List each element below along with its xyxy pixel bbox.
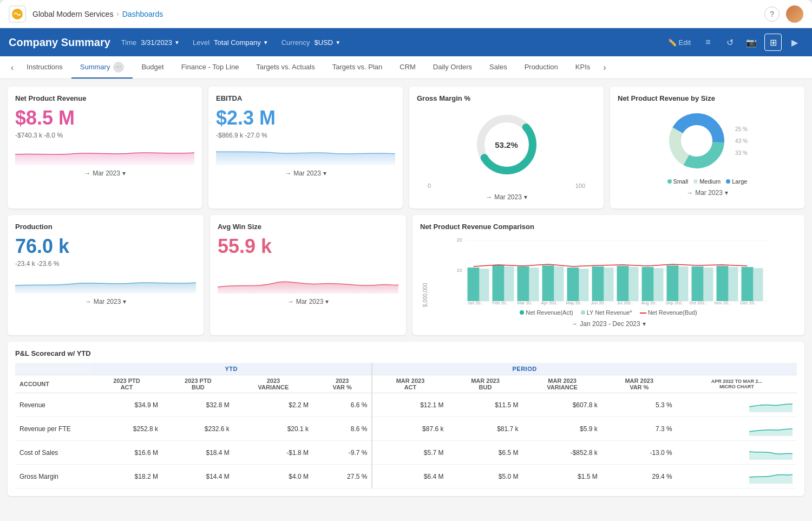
time-filter[interactable]: 3/31/2023 ▼ — [141, 38, 180, 47]
svg-text:Jul 202..: Jul 202.. — [617, 301, 633, 305]
edit-button[interactable]: ✏️ Edit — [664, 36, 695, 49]
gross-margin-card: Gross Margin % 53.2% 0 100 — [409, 87, 604, 209]
revenue-comparison-chart-area: $,000,000 20 10 — [420, 235, 797, 307]
svg-rect-24 — [480, 269, 489, 301]
th-account: ACCOUNT — [15, 375, 91, 393]
ebitda-footer[interactable]: → Mar 2023 ▾ — [216, 170, 395, 177]
scorecard-table: YTD PERIOD ACCOUNT 2023 PTDACT 2023 PTDB… — [15, 363, 797, 489]
header-bar: Company Summary Time 3/31/2023 ▼ Level T… — [0, 28, 812, 56]
svg-rect-27 — [554, 266, 564, 301]
net-product-revenue-delta: -$740.3 k -8.0 % — [15, 132, 194, 139]
svg-rect-25 — [505, 266, 514, 301]
svg-text:10: 10 — [457, 268, 462, 273]
production-footer[interactable]: → Mar 2023 ▾ — [15, 298, 196, 305]
main-content: Net Product Revenue $8.5 M -$740.3 k -8.… — [0, 79, 812, 521]
gm-micro — [677, 465, 797, 489]
svg-rect-32 — [679, 266, 689, 301]
tab-sales[interactable]: Sales — [481, 56, 516, 79]
tab-daily-orders[interactable]: Daily Orders — [424, 56, 481, 79]
edit-icon: ✏️ — [668, 38, 677, 47]
tab-kpis[interactable]: KPIs — [567, 56, 599, 79]
svg-text:Mar 20..: Mar 20.. — [518, 301, 533, 305]
revfte-ytd-bud: $232.6 k — [162, 417, 234, 441]
screenshot-button[interactable]: 📷 — [743, 34, 760, 51]
tabs-prev-button[interactable]: ‹ — [6, 56, 18, 79]
gm-per-var: $1.5 M — [523, 465, 602, 489]
scale-min: 0 — [428, 183, 431, 189]
tab-targets-plan[interactable]: Targets vs. Plan — [324, 56, 391, 79]
net-product-revenue-footer[interactable]: → Mar 2023 ▾ — [15, 170, 194, 177]
avg-win-size-value: 55.9 k — [218, 235, 398, 258]
scorecard-card: P&L Scorecard w/ YTD YTD PERIOD ACCOUNT … — [8, 342, 804, 496]
gross-margin-center: 53.2% — [495, 140, 518, 149]
ebitda-title: EBITDA — [216, 94, 395, 102]
svg-rect-28 — [579, 269, 589, 301]
svg-rect-33 — [704, 268, 713, 301]
nav-right: ? — [764, 5, 803, 23]
revfte-per-act: $87.6 k — [372, 417, 448, 441]
avg-win-size-card: Avg Win Size 55.9 k → Mar 2023 ▾ — [210, 215, 406, 335]
avg-win-size-footer[interactable]: → Mar 2023 ▾ — [218, 298, 398, 305]
tab-targets-actuals[interactable]: Targets vs. Actuals — [247, 56, 323, 79]
legend-net-actual: Net Revenue(Act) — [520, 309, 573, 316]
time-label: Time — [121, 38, 136, 47]
revenue-ytd-var: $2.2 M — [234, 393, 313, 417]
revfte-ytd-varpct: 8.6 % — [313, 417, 372, 441]
currency-filter[interactable]: $USD ▼ — [314, 38, 340, 47]
svg-rect-22 — [717, 266, 729, 301]
th-per-bud: MAR 2023BUD — [448, 375, 522, 393]
footer-arrow-icon2: → — [285, 170, 291, 177]
svg-rect-26 — [529, 268, 539, 301]
revenue-comparison-card: Net Product Revenue Comparison $,000,000… — [412, 215, 804, 335]
tab-summary-more[interactable]: ⋯ — [113, 62, 124, 73]
net-product-revenue-chart — [15, 144, 194, 165]
gross-margin-footer[interactable]: → Mar 2023 ▾ — [417, 193, 596, 201]
revenue-per-var: $607.8 k — [523, 393, 602, 417]
currency-label: Currency — [281, 38, 310, 47]
scale-max: 100 — [575, 183, 585, 189]
production-value: 76.0 k — [15, 235, 196, 258]
tab-instructions[interactable]: Instructions — [18, 56, 71, 79]
legend-large: Large — [726, 178, 747, 185]
filter-button[interactable]: ≡ — [699, 34, 717, 51]
th-ytd-varpct: 2023VAR % — [313, 375, 372, 393]
tab-summary[interactable]: Summary ⋯ — [71, 56, 133, 79]
cos-per-bud: $6.5 M — [448, 441, 522, 465]
th-per-varpct: MAR 2023VAR % — [602, 375, 677, 393]
footer-caret-icon: ▾ — [122, 170, 126, 177]
production-title: Production — [15, 223, 196, 231]
cards-row-1: Net Product Revenue $8.5 M -$740.3 k -8.… — [8, 87, 804, 209]
help-button[interactable]: ? — [764, 6, 780, 22]
th-per-act: MAR 2023ACT — [372, 375, 448, 393]
svg-rect-23 — [742, 267, 754, 301]
gm-ytd-var: $4.0 M — [234, 465, 313, 489]
tab-crm[interactable]: CRM — [391, 56, 424, 79]
revenue-comparison-footer[interactable]: → Jan 2023 - Dec 2023 ▾ — [420, 320, 797, 328]
grid-button[interactable]: ⊞ — [764, 34, 782, 51]
footer-caret-icon4: ▾ — [725, 189, 728, 197]
table-row: Revenue $34.9 M $32.8 M $2.2 M 6.6 % $12… — [15, 393, 797, 417]
revenue-ytd-bud: $32.8 M — [162, 393, 234, 417]
ebitda-delta: -$866.9 k -27.0 % — [216, 132, 395, 139]
svg-text:May 20..: May 20.. — [566, 301, 583, 305]
level-filter[interactable]: Total Company ▼ — [214, 38, 269, 47]
tab-budget[interactable]: Budget — [133, 56, 172, 79]
tab-production[interactable]: Production — [516, 56, 567, 79]
presentation-button[interactable]: ▶ — [786, 34, 803, 51]
tabs-next-button[interactable]: › — [599, 56, 610, 79]
top-nav: Global Modern Services › Dashboards ? — [0, 0, 812, 28]
revfte-ytd-var: $20.1 k — [234, 417, 313, 441]
footer-caret-icon6: ▾ — [325, 298, 329, 305]
dashboards-link[interactable]: Dashboards — [122, 10, 163, 18]
net-product-revenue-size-footer[interactable]: → Mar 2023 ▾ — [618, 189, 797, 197]
gm-ytd-varpct: 27.5 % — [313, 465, 372, 489]
svg-rect-35 — [754, 268, 763, 301]
tab-finance[interactable]: Finance - Top Line — [173, 56, 248, 79]
refresh-button[interactable]: ↺ — [721, 34, 738, 51]
net-product-revenue-size-title: Net Product Revenue by Size — [618, 94, 797, 102]
cos-per-act: $5.7 M — [372, 441, 448, 465]
gm-ytd-bud: $14.4 M — [162, 465, 234, 489]
cos-micro — [677, 441, 797, 465]
avg-win-size-delta — [218, 260, 398, 268]
user-avatar[interactable] — [786, 5, 803, 23]
